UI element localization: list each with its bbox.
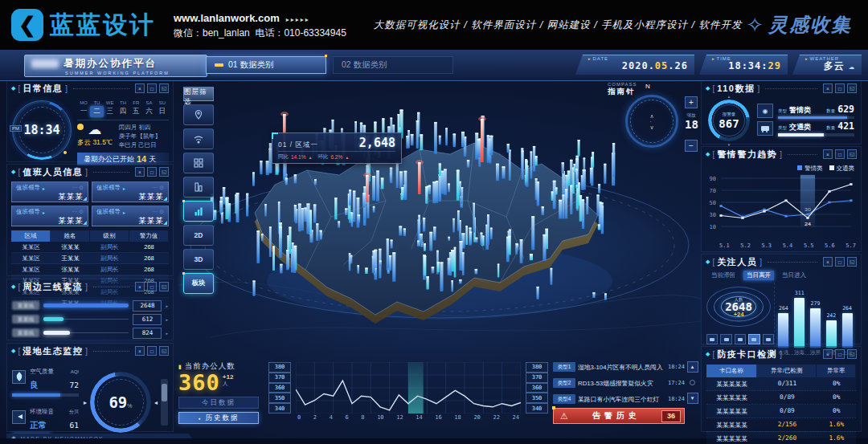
alert-text: 某路口有小汽车连闯三个红灯	[578, 395, 665, 404]
target-icon[interactable]	[735, 334, 746, 344]
inspiration-collect[interactable]: ✧ 灵感收集	[746, 12, 852, 38]
checkpoint-row[interactable]: 某某某某某0/890%	[706, 405, 856, 418]
duty-card[interactable]: 值班领导▸⋯ ⊙某某某	[92, 206, 169, 226]
police-trend-chart[interactable]: 3024	[718, 174, 856, 238]
window-icon[interactable]: □	[147, 346, 157, 356]
table-header: 区域姓名级别警力值	[11, 230, 169, 242]
person-icon[interactable]	[748, 334, 760, 344]
tab-data-category-2[interactable]: 02 数据类别	[333, 56, 453, 74]
close-icon[interactable]: ×	[823, 149, 833, 159]
alert-time: 18:24	[668, 396, 685, 402]
logo[interactable]: ❮ 蓝蓝设计	[11, 9, 156, 42]
office-count-delta: +12	[223, 374, 234, 381]
focus-delta: +24	[734, 311, 744, 318]
analog-clock: 18:34 PM	[12, 100, 72, 160]
checkpoint-row[interactable]: 某某某某某2/1561.6%	[706, 418, 856, 432]
close-icon[interactable]: ×	[823, 349, 833, 359]
layer-filter-toolbar: 图层筛选 2D 3D 板块	[183, 87, 214, 294]
car-icon[interactable]	[706, 334, 718, 344]
close-icon[interactable]: ×	[135, 84, 145, 93]
tab-data-category-1[interactable]: 01 数据类别	[206, 56, 326, 74]
table-row[interactable]: 某某区张某某副局长268	[11, 242, 169, 253]
tab-current-stay[interactable]: 当前滞留	[708, 271, 739, 280]
expand-icon[interactable]: ◱	[159, 167, 169, 177]
window-icon[interactable]: □	[147, 282, 157, 291]
tab-left-today[interactable]: 当日离开	[743, 271, 774, 280]
view-2d-button[interactable]: 2D	[183, 225, 214, 246]
checkpoint-row[interactable]: 某某某某某0/3110%	[706, 377, 856, 391]
expand-icon[interactable]: ◱	[159, 84, 169, 93]
close-icon[interactable]: ×	[135, 282, 145, 291]
cloud-icon: ☁	[849, 60, 855, 71]
alert-item[interactable]: 类型1 湿地3-104片区有不明人员闯入 18:24	[553, 360, 685, 374]
close-icon[interactable]: ×	[135, 167, 145, 177]
site-url[interactable]: www.lanlanwork.com	[174, 12, 280, 24]
office-trend-chart[interactable]: 024681012141618202224	[296, 360, 521, 432]
window-icon[interactable]: □	[835, 349, 845, 359]
expand-icon[interactable]: ◱	[159, 282, 169, 291]
layer-pin-button[interactable]	[183, 104, 214, 125]
checkpoint-row[interactable]: 某某某某某0/890%	[706, 391, 856, 405]
logo-icon: ❮	[11, 9, 43, 41]
alert-item[interactable]: 类型4 某路口有小汽车连闯三个红灯 18:24	[553, 392, 685, 406]
window-icon[interactable]: □	[147, 167, 157, 177]
alarm-total: 867	[719, 117, 739, 130]
table-row[interactable]: 某某区王某某副局长268	[11, 253, 169, 264]
compass-dial[interactable]: ∧·∨	[625, 95, 678, 148]
duty-card[interactable]: 值班领导▸⋯ ⊙某某某	[92, 181, 169, 202]
scroll-dot	[690, 380, 695, 385]
expand-icon[interactable]: ◱	[847, 257, 857, 267]
scroll-up-icon[interactable]: ▲	[687, 361, 698, 373]
window-icon[interactable]: □	[835, 84, 845, 93]
duty-card[interactable]: 值班领导▸⋯ ⊙某某某	[11, 206, 88, 226]
warning-icon: ⚠	[560, 411, 568, 422]
screen: ❮ 蓝蓝设计 www.lanlanwork.com▸▸▸▸▸ 微信：ben_la…	[0, 0, 868, 444]
map-tooltip[interactable]: 01 / 区域一 2,648 同比14.1%▲ 环比6.2%▲	[272, 132, 402, 164]
weekday-strip: MOTUWETHFRSASU 一二三四五六日	[77, 100, 169, 117]
scroll-down-icon[interactable]: ▼	[687, 393, 698, 404]
checkpoint-row[interactable]: 某某某某某2/2601.6%	[706, 432, 856, 444]
layer-chart-button[interactable]	[183, 201, 214, 222]
duty-card[interactable]: 值班领导▸⋯ ⊙某某某	[11, 181, 88, 202]
history-data-button[interactable]: ●历史数据	[178, 412, 259, 424]
close-icon[interactable]: ×	[135, 346, 145, 356]
expand-icon[interactable]: ◱	[847, 149, 857, 159]
tab-entered-today[interactable]: 当日进入	[779, 271, 809, 280]
table-row[interactable]: 某某区张某某副局长268	[11, 264, 169, 275]
expand-icon[interactable]: ◱	[847, 84, 857, 93]
y-axis-left: 380370360350340	[268, 362, 291, 413]
chat-icon[interactable]	[763, 334, 774, 344]
clock-dot-decor	[63, 151, 67, 154]
camera-icon: ◉	[757, 104, 773, 118]
close-icon[interactable]: ×	[823, 257, 833, 267]
window-icon[interactable]: □	[835, 149, 845, 159]
gauge-left-arrow[interactable]: ▸	[84, 399, 87, 406]
layer-signal-button[interactable]	[183, 128, 214, 149]
alert-scroll-controls: ▲ ▼	[687, 360, 698, 432]
view-plate-button[interactable]: 板块	[183, 273, 214, 294]
layer-building-button[interactable]	[183, 177, 214, 198]
expand-icon[interactable]: ◱	[159, 346, 169, 356]
phone-icon[interactable]	[720, 334, 731, 344]
zoom-out-button[interactable]: −	[685, 140, 698, 152]
panel-eco-monitor: ◆[湿地生态监控] ×□◱ 空气质量良 AQI72	[6, 343, 174, 432]
close-icon[interactable]: ×	[823, 84, 833, 93]
window-icon[interactable]: □	[835, 257, 845, 267]
cloud-sun-icon: ☁	[77, 123, 113, 137]
scrollbar[interactable]	[161, 379, 168, 426]
view-3d-button[interactable]: 3D	[183, 249, 214, 270]
panel-title: 警情警力趋势	[717, 149, 777, 161]
layer-grid-button[interactable]	[183, 153, 214, 173]
window-icon[interactable]: □	[147, 84, 157, 93]
alert-history-button[interactable]: ⚠ 告警历史 36	[553, 408, 685, 424]
gauge-right-arrow[interactable]: ◂	[154, 399, 158, 406]
zoom-in-button[interactable]: +	[685, 96, 698, 108]
alert-count-badge: 36	[661, 410, 681, 422]
focus-count: 2648	[725, 303, 752, 311]
today-data-button[interactable]: 今日数据	[178, 397, 259, 409]
alert-item[interactable]: 类型2 RD13-53烟感报警疑似火灾 17:24	[553, 376, 685, 390]
noise-block: 环境噪音正常 分贝61	[12, 402, 79, 437]
flow-row: 某某线 2648▸	[12, 299, 168, 312]
expand-icon[interactable]: ◱	[847, 349, 857, 359]
alert-type-badge: 类型1	[553, 362, 575, 372]
